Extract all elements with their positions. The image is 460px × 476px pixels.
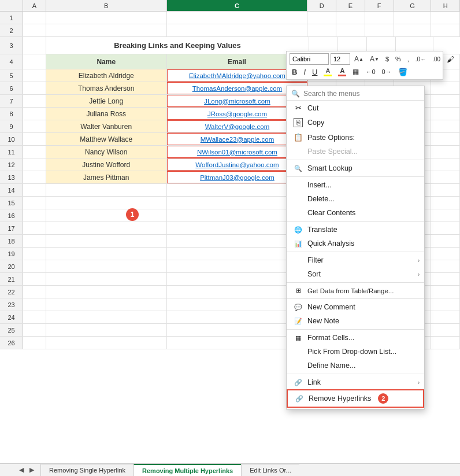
remove-hyperlinks-menu-item[interactable]: 🔗 Remove Hyperlinks 2 (287, 389, 424, 408)
cell-b9[interactable]: Walter Vanburen (46, 120, 167, 132)
cell-h10[interactable] (431, 133, 460, 145)
cell-a13[interactable] (23, 171, 46, 183)
get-data-menu-item[interactable]: ⊞ Get Data from Table/Range... (287, 284, 424, 297)
cell-a6[interactable] (23, 82, 46, 94)
cell-b26[interactable] (46, 337, 167, 349)
comma-button[interactable]: , (405, 53, 411, 65)
cell-a10[interactable] (23, 133, 46, 145)
bold-button[interactable]: B (290, 66, 299, 78)
sheet-tab-edit[interactable]: Edit Links Or... (241, 464, 299, 477)
cell-a19[interactable] (23, 248, 46, 260)
cell-h7[interactable] (431, 95, 460, 107)
col-header-e[interactable]: E (336, 0, 365, 11)
cell-h9[interactable] (431, 120, 460, 132)
cell-b1[interactable] (46, 12, 167, 24)
dec-indent-button[interactable]: ←0 (363, 66, 377, 78)
cell-a20[interactable] (23, 260, 46, 272)
cell-a15[interactable] (23, 197, 46, 209)
cell-h25[interactable] (431, 324, 460, 336)
cell-a22[interactable] (23, 286, 46, 298)
smart-lookup-menu-item[interactable]: 🔍 Smart Lookup (287, 161, 424, 175)
cell-h6[interactable] (431, 82, 460, 94)
cell-b21[interactable] (46, 273, 167, 285)
cell-a23[interactable] (23, 298, 46, 311)
cell-a9[interactable] (23, 120, 46, 132)
cell-a8[interactable] (23, 108, 46, 120)
cell-a24[interactable] (23, 311, 46, 323)
cell-a11[interactable] (23, 146, 46, 158)
font-color-button[interactable]: A (336, 66, 348, 78)
cell-b25[interactable] (46, 324, 167, 336)
cell-b5[interactable]: Elizabeth Aldridge (46, 69, 167, 82)
cell-b8[interactable]: Juliana Ross (46, 108, 167, 120)
header-name-cell[interactable]: Name (46, 54, 167, 69)
cell-h20[interactable] (431, 260, 460, 272)
inc-indent-button[interactable]: 0→ (380, 66, 394, 78)
cell-h19[interactable] (431, 248, 460, 260)
percent-button[interactable]: % (393, 53, 403, 65)
cell-h12[interactable] (431, 158, 460, 171)
cell-h16[interactable] (431, 209, 460, 222)
insert-menu-item[interactable]: Insert... (287, 178, 424, 192)
cell-a17[interactable] (23, 222, 46, 234)
cell-a5[interactable] (23, 69, 46, 82)
cell-a14[interactable] (23, 184, 46, 196)
cell-b17[interactable] (46, 222, 167, 234)
cell-a21[interactable] (23, 273, 46, 285)
cell-h23[interactable] (431, 298, 460, 311)
cell-b11[interactable]: Nancy Wilson (46, 146, 167, 158)
cell-b7[interactable]: Jettie Long (46, 95, 167, 107)
cell-a26[interactable] (23, 337, 46, 349)
col-header-a[interactable]: A (23, 0, 46, 11)
define-name-menu-item[interactable]: Define Name... (287, 359, 424, 372)
new-note-menu-item[interactable]: 📝 New Note (287, 314, 424, 328)
paint-button[interactable]: 🖌 (444, 53, 457, 65)
cell-h11[interactable] (431, 146, 460, 158)
cell-a16[interactable] (23, 209, 46, 222)
cell-f1[interactable] (365, 12, 394, 24)
increase-font-button[interactable]: A▲ (352, 53, 366, 65)
cell-b23[interactable] (46, 298, 167, 311)
cell-g2[interactable] (394, 24, 432, 36)
cell-a3[interactable] (23, 37, 46, 54)
cell-h21[interactable] (431, 273, 460, 285)
cell-h18[interactable] (431, 235, 460, 247)
tab-next-button[interactable]: ▶ (28, 466, 36, 474)
decrease-font-button[interactable]: A▼ (368, 53, 381, 65)
paste-special-menu-item[interactable]: Paste Special... (287, 145, 424, 158)
cell-h13[interactable] (431, 171, 460, 183)
filter-menu-item[interactable]: Filter › (287, 253, 424, 267)
cell-b2[interactable] (46, 24, 167, 36)
col-header-c[interactable]: C (167, 0, 308, 11)
cell-b15[interactable] (46, 197, 167, 209)
cell-c2[interactable] (167, 24, 308, 36)
cell-b24[interactable] (46, 311, 167, 323)
cell-f2[interactable] (365, 24, 394, 36)
context-menu-search[interactable]: 🔍 (287, 87, 424, 101)
paste-options-menu-item[interactable]: 📋 Paste Options: (287, 130, 424, 145)
delete-menu-item[interactable]: Delete... (287, 192, 424, 206)
cell-h17[interactable] (431, 222, 460, 234)
cell-h24[interactable] (431, 311, 460, 323)
sheet-tab-single[interactable]: Removing Single Hyperlink (40, 464, 133, 477)
pick-dropdown-menu-item[interactable]: Pick From Drop-down List... (287, 345, 424, 359)
paint-bucket-button[interactable]: 🪣 (396, 66, 410, 78)
cell-b6[interactable]: Thomas Anderson (46, 82, 167, 94)
col-header-h[interactable]: H (431, 0, 460, 11)
cell-h15[interactable] (431, 197, 460, 209)
tab-prev-button[interactable]: ◀ (17, 466, 25, 474)
cell-h1[interactable] (431, 12, 460, 24)
cell-b19[interactable] (46, 248, 167, 260)
cell-e1[interactable] (336, 12, 365, 24)
cell-a2[interactable] (23, 24, 46, 36)
italic-button[interactable]: I (301, 66, 308, 78)
cell-a4[interactable] (23, 54, 46, 69)
cell-h8[interactable] (431, 108, 460, 120)
cell-c1[interactable] (167, 12, 308, 24)
cell-b14[interactable] (46, 184, 167, 196)
col-header-b[interactable]: B (46, 0, 167, 11)
copy-menu-item[interactable]: ⎘ Copy (287, 115, 424, 130)
cut-menu-item[interactable]: ✂ Cut (287, 101, 424, 115)
cell-b12[interactable]: Justine Wofford (46, 158, 167, 171)
fill-color-button[interactable]: A (321, 66, 334, 78)
